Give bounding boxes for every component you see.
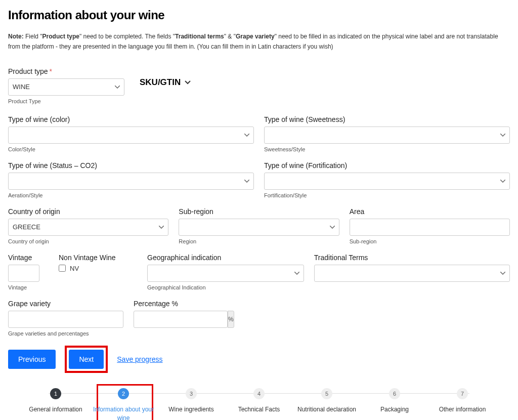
vintage-label: Vintage xyxy=(8,254,49,262)
step-1-circle[interactable]: 1 xyxy=(50,388,61,399)
subregion-label: Sub-region xyxy=(179,207,339,216)
save-progress-link[interactable]: Save progress xyxy=(117,355,162,363)
step-4-circle[interactable]: 4 xyxy=(253,388,265,399)
nv-checkbox[interactable] xyxy=(59,265,66,272)
country-label: Country of origin xyxy=(8,207,168,216)
next-button[interactable]: Next xyxy=(69,350,104,369)
step-7-label: Other information xyxy=(439,405,486,414)
status-select[interactable] xyxy=(8,173,254,190)
product-type-label: Product type* xyxy=(8,67,124,75)
geo-select[interactable] xyxy=(147,265,304,282)
step-6-circle[interactable]: 6 xyxy=(389,388,400,399)
subregion-helper: Region xyxy=(179,238,339,244)
page-title: Information about your wine xyxy=(8,8,510,22)
vintage-input[interactable] xyxy=(8,265,39,282)
traditional-select[interactable] xyxy=(314,265,510,282)
nv-label: Non Vintage Wine xyxy=(59,254,137,262)
fortification-select[interactable] xyxy=(264,173,510,190)
geo-helper: Geographical Indication xyxy=(147,284,304,290)
traditional-label: Traditional Terms xyxy=(314,254,510,262)
area-helper: Sub-region xyxy=(350,238,510,244)
color-select[interactable] xyxy=(8,127,254,144)
status-label: Type of wine (Status – CO2) xyxy=(8,161,254,170)
grape-helper: Grape varieties and percentages xyxy=(8,330,123,337)
step-3-circle[interactable]: 3 xyxy=(186,388,197,399)
step-1-label: General information xyxy=(29,405,82,414)
form-note: Note: Field "Product type" need to be co… xyxy=(8,31,510,52)
step-2-circle[interactable]: 2 xyxy=(118,388,129,399)
next-button-highlight: Next xyxy=(65,346,108,373)
color-helper: Color/Style xyxy=(8,146,254,152)
pct-input[interactable] xyxy=(134,311,228,328)
country-select[interactable]: GREECE xyxy=(8,219,168,236)
geo-label: Geographical indication xyxy=(147,254,304,262)
chevron-down-icon xyxy=(185,80,191,85)
pct-label: Percentage % xyxy=(134,300,207,308)
vintage-helper: Vintage xyxy=(8,284,49,290)
sku-gtin-toggle[interactable]: SKU/GTIN xyxy=(140,77,191,88)
grape-input[interactable] xyxy=(8,311,123,328)
sweetness-select[interactable] xyxy=(264,127,510,144)
country-helper: Country of origin xyxy=(8,238,168,244)
grape-label: Grape variety xyxy=(8,300,123,308)
step-2-label: Information about your wine xyxy=(91,405,156,420)
subregion-select[interactable] xyxy=(179,219,339,236)
product-type-helper: Product Type xyxy=(8,98,124,104)
step-7-circle[interactable]: 7 xyxy=(457,388,468,399)
step-5-label: Nutritional declaration xyxy=(297,405,356,414)
step-3-label: Wine ingredients xyxy=(168,405,213,414)
sweetness-helper: Sweetness/Style xyxy=(264,146,510,152)
fortification-label: Type of wine (Fortification) xyxy=(264,161,510,170)
sweetness-label: Type of wine (Sweetness) xyxy=(264,115,510,123)
nv-check-label: NV xyxy=(70,265,79,272)
color-label: Type of wine (color) xyxy=(8,115,254,123)
previous-button[interactable]: Previous xyxy=(8,350,56,369)
product-type-select[interactable]: WINE xyxy=(8,78,124,96)
progress-stepper: 1General information 2Information about … xyxy=(23,388,495,420)
step-6-label: Packaging xyxy=(380,405,409,414)
step-4-label: Technical Facts xyxy=(238,405,280,414)
area-input[interactable] xyxy=(350,219,510,236)
fortification-helper: Fortification/Style xyxy=(264,192,510,198)
step-5-circle[interactable]: 5 xyxy=(321,388,332,399)
area-label: Area xyxy=(350,207,510,216)
status-helper: Aeration/Style xyxy=(8,192,254,198)
